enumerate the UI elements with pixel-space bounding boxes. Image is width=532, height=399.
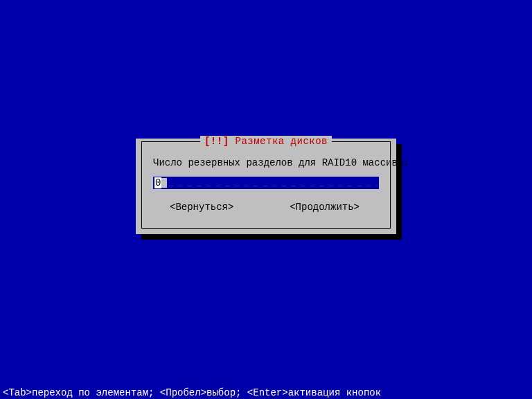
- status-text: <Tab>переход по элементам; <Пробел>выбор…: [3, 387, 381, 398]
- dialog-frame: [!!] Разметка дисков Число резервных раз…: [141, 141, 391, 229]
- input-value: 0: [154, 177, 161, 188]
- back-button[interactable]: <Вернуться>: [170, 202, 233, 213]
- spare-count-input[interactable]: 0 ______________________________________…: [153, 177, 379, 189]
- dialog-panel: [!!] Разметка дисков Число резервных раз…: [136, 139, 396, 234]
- continue-button[interactable]: <Продолжить>: [290, 202, 360, 213]
- dialog-title-wrap: [!!] Разметка дисков: [142, 136, 390, 147]
- prompt-label: Число резервных разделов для RAID10 масс…: [153, 157, 379, 168]
- dialog-title-prefix: [!!]: [204, 136, 229, 147]
- button-row: <Вернуться> <Продолжить>: [150, 202, 382, 213]
- status-bar: <Tab>переход по элементам; <Пробел>выбор…: [0, 387, 532, 399]
- dialog-title: [!!] Разметка дисков: [200, 136, 332, 147]
- input-filler: ________________________________________…: [167, 177, 378, 188]
- text-cursor: [161, 178, 167, 188]
- dialog-title-text: Разметка дисков: [235, 136, 328, 147]
